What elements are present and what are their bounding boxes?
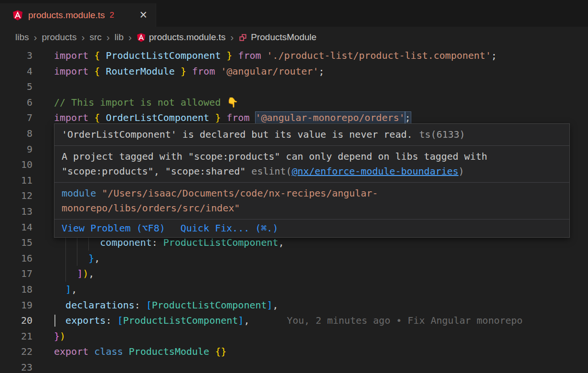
code-line-16[interactable]: 16 },: [0, 251, 588, 266]
line-number: 20: [0, 313, 32, 329]
code-token: [88, 112, 94, 123]
code-token: {: [94, 112, 100, 123]
breadcrumb-item-productsmodule[interactable]: ProductsModule: [238, 32, 316, 43]
code-line-18[interactable]: 18 ],: [0, 282, 588, 297]
line-number: 16: [0, 251, 32, 266]
code-content: }): [54, 329, 588, 344]
code-line-22[interactable]: 22export class ProductsModule {}: [0, 344, 588, 360]
code-token: ]: [65, 284, 71, 295]
code-token: [140, 299, 146, 311]
chevron-right-icon: ›: [81, 32, 85, 43]
code-line-6[interactable]: 6// This import is not allowed 👇: [0, 95, 588, 110]
breadcrumb-item-libs[interactable]: libs: [15, 32, 29, 43]
code-token: OrderListComponent: [106, 112, 209, 123]
line-number: 11: [0, 173, 32, 188]
module-path-line1: "/Users/isaac/Documents/code/nx-recipes/…: [102, 187, 378, 199]
code-token: ): [83, 268, 88, 279]
line-number: 17: [0, 266, 32, 282]
module-info-line2: monorepo/libs/orders/src/index": [62, 201, 562, 216]
code-token: [: [117, 315, 123, 326]
code-token: [158, 237, 163, 248]
line-number: 15: [0, 235, 32, 251]
code-token: :: [135, 299, 140, 311]
code-content: // This import is not allowed 👇: [54, 95, 588, 110]
breadcrumb-label: libs: [15, 32, 29, 43]
code-token: ProductListComponent: [163, 237, 278, 248]
module-path-line2: monorepo/libs/orders/src/index": [62, 202, 240, 214]
code-token: ProductListComponent: [152, 299, 267, 311]
breadcrumb-item-products[interactable]: products: [42, 32, 77, 43]
code-token: import: [54, 112, 88, 123]
code-token: ]: [77, 268, 83, 279]
hover-ts-diagnostic: 'OrderListComponent' is declared but its…: [54, 124, 569, 146]
close-icon[interactable]: ×: [139, 9, 147, 22]
code-token: exports: [65, 315, 106, 326]
tab-title: products.module.ts: [28, 10, 105, 21]
code-token: }: [215, 112, 221, 123]
quick-fix-button[interactable]: Quick Fix... (⌘.): [181, 221, 278, 236]
code-token: ,: [94, 252, 100, 264]
line-number: 4: [0, 64, 32, 79]
code-token: }: [181, 66, 186, 77]
code-token: {: [94, 50, 100, 61]
code-token: :: [106, 315, 111, 326]
line-number: 19: [0, 297, 32, 313]
indent-guide: [65, 266, 66, 282]
tab-bar: products.module.ts 2 ×: [0, 0, 588, 27]
class-icon: [238, 33, 247, 42]
angular-icon: [137, 33, 146, 42]
hover-actions: View Problem (⌥F8) Quick Fix... (⌘.): [54, 219, 569, 237]
code-line-3[interactable]: 3import { ProductListComponent } from '.…: [0, 48, 588, 64]
code-line-21[interactable]: 21}): [0, 329, 588, 344]
code-token: [88, 346, 94, 357]
code-token: [215, 66, 221, 77]
code-line-23[interactable]: 23: [0, 360, 588, 373]
line-number: 10: [0, 157, 32, 173]
code-line-17[interactable]: 17 ]),: [0, 266, 588, 282]
chevron-right-icon: ›: [128, 32, 132, 43]
line-number: 12: [0, 188, 32, 204]
module-keyword: module: [62, 187, 96, 199]
chevron-right-icon: ›: [34, 32, 37, 43]
code-token: ]: [267, 299, 273, 311]
code-line-5[interactable]: 5: [0, 79, 588, 95]
breadcrumb-item-src[interactable]: src: [89, 32, 101, 43]
view-problem-button[interactable]: View Problem (⌥F8): [62, 221, 165, 236]
diagnostic-message-line1: A project tagged with "scope:products" c…: [62, 149, 562, 164]
code-token: import: [54, 66, 88, 77]
code-token: from: [238, 50, 261, 61]
eslint-rule-link[interactable]: @nx/enforce-module-boundaries: [292, 165, 459, 177]
line-number: 3: [0, 48, 32, 64]
code-line-19[interactable]: 19 declarations: [ProductListComponent],: [0, 297, 588, 313]
code-token: ;: [491, 50, 497, 61]
tab-products-module-ts[interactable]: products.module.ts 2 ×: [0, 3, 156, 27]
breadcrumb-item-products-module-ts[interactable]: products.module.ts: [137, 32, 226, 43]
code-token: [123, 346, 129, 357]
diagnostic-source-suffix: ): [459, 165, 464, 177]
code-token: [175, 66, 181, 77]
code-content: [54, 79, 588, 95]
diagnostic-message: 'OrderListComponent' is declared but its…: [62, 129, 413, 140]
code-token: [186, 66, 192, 77]
code-token: [232, 50, 238, 61]
code-content: [54, 360, 588, 373]
code-token: declarations: [65, 299, 135, 311]
chevron-right-icon: ›: [230, 32, 234, 43]
code-line-4[interactable]: 4import { RouterModule } from '@angular/…: [0, 64, 588, 79]
code-content: declarations: [ProductListComponent],: [54, 297, 588, 313]
code-token: [221, 50, 226, 61]
line-number: 18: [0, 282, 32, 297]
breadcrumb-label: lib: [115, 32, 124, 43]
angular-icon: [12, 10, 23, 21]
breadcrumb-item-lib[interactable]: lib: [115, 32, 124, 43]
line-number: 13: [0, 204, 32, 219]
module-info-line1: module "/Users/isaac/Documents/code/nx-r…: [62, 186, 562, 201]
code-token: }: [54, 330, 60, 342]
code-token: export: [54, 346, 88, 357]
breadcrumb-label: products: [42, 32, 77, 43]
code-token: '@angular/router': [221, 66, 319, 77]
code-content: import { ProductListComponent } from './…: [54, 48, 588, 64]
hover-popup: 'OrderListComponent' is declared but its…: [54, 123, 570, 238]
text-cursor: [54, 315, 55, 327]
code-line-20[interactable]: 20 exports: [ProductListComponent],You, …: [0, 313, 588, 329]
